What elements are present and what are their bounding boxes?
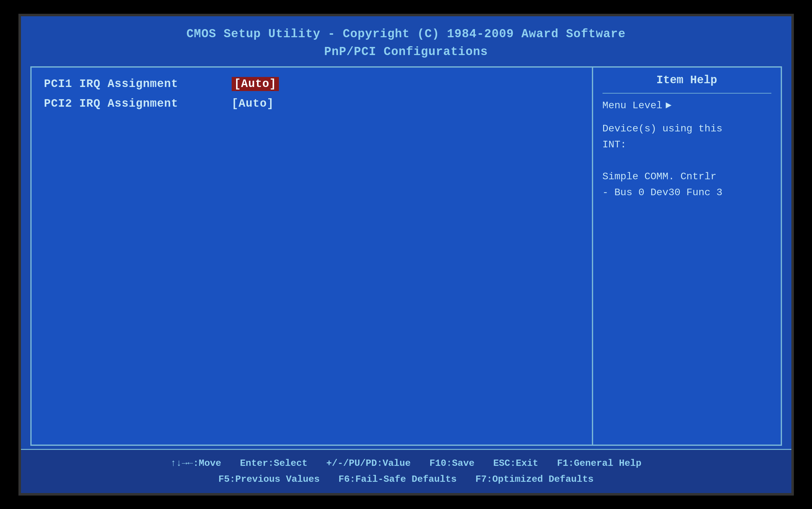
- main-area: PCI1 IRQ Assignment[Auto]PCI2 IRQ Assign…: [30, 66, 782, 446]
- footer: ↑↓→←:MoveEnter:Select+/-/PU/PD:ValueF10:…: [21, 449, 791, 493]
- footer1-item-0: ↑↓→←:Move: [171, 455, 221, 471]
- setting-label-0: PCI1 IRQ Assignment: [44, 77, 232, 91]
- footer-line2: F5:Previous ValuesF6:Fail-Safe DefaultsF…: [33, 471, 779, 487]
- right-panel: Item Help Menu Level ► Device(s) using t…: [593, 68, 781, 445]
- setting-label-1: PCI2 IRQ Assignment: [44, 97, 232, 110]
- bios-screen: CMOS Setup Utility - Copyright (C) 1984-…: [19, 14, 794, 496]
- setting-value-1[interactable]: [Auto]: [232, 97, 274, 110]
- item-help-header: Item Help: [602, 74, 771, 94]
- footer1-item-4: ESC:Exit: [493, 455, 539, 471]
- footer1-item-3: F10:Save: [430, 455, 475, 471]
- footer2-item-2: F7:Optimized Defaults: [476, 471, 594, 487]
- header-line1: CMOS Setup Utility - Copyright (C) 1984-…: [27, 25, 785, 43]
- header: CMOS Setup Utility - Copyright (C) 1984-…: [21, 16, 791, 66]
- menu-level-label: Menu Level: [602, 100, 663, 111]
- footer2-item-0: F5:Previous Values: [218, 471, 320, 487]
- footer1-item-2: +/-/PU/PD:Value: [326, 455, 410, 471]
- arrow-right-icon: ►: [666, 100, 672, 111]
- footer2-item-1: F6:Fail-Safe Defaults: [338, 471, 456, 487]
- help-line-2: [602, 153, 771, 169]
- left-panel: PCI1 IRQ Assignment[Auto]PCI2 IRQ Assign…: [32, 68, 593, 445]
- help-line-3: Simple COMM. Cntrlr: [602, 169, 771, 184]
- setting-value-0[interactable]: [Auto]: [232, 77, 279, 91]
- header-line2: PnP/PCI Configurations: [27, 43, 785, 61]
- footer-line1: ↑↓→←:MoveEnter:Select+/-/PU/PD:ValueF10:…: [33, 455, 779, 471]
- menu-level-row: Menu Level ►: [602, 100, 771, 111]
- footer1-item-5: F1:General Help: [557, 455, 641, 471]
- setting-row-1[interactable]: PCI2 IRQ Assignment[Auto]: [44, 97, 579, 110]
- help-line-4: - Bus 0 Dev30 Func 3: [602, 184, 771, 201]
- help-text: Device(s) using thisINT: Simple COMM. Cn…: [602, 121, 771, 201]
- footer1-item-1: Enter:Select: [240, 455, 307, 471]
- setting-row-0[interactable]: PCI1 IRQ Assignment[Auto]: [44, 77, 579, 91]
- help-line-1: INT:: [602, 137, 771, 153]
- help-line-0: Device(s) using this: [602, 121, 771, 137]
